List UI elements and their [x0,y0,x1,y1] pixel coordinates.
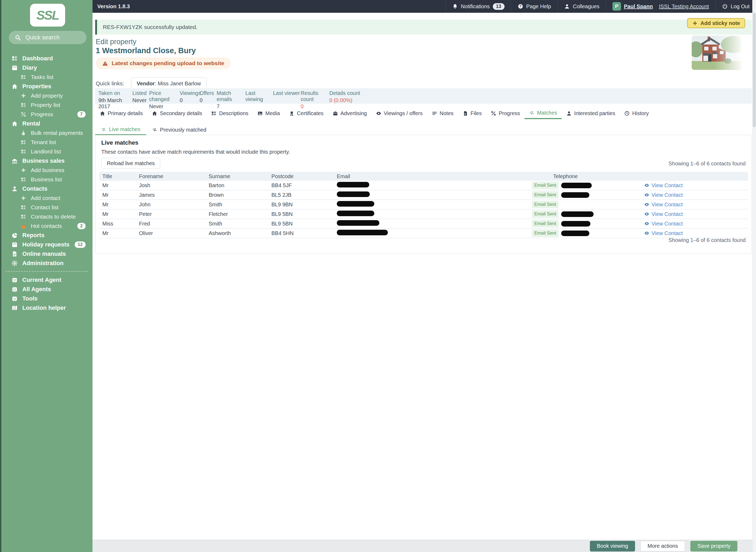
sidebar-item-holiday-requests[interactable]: Holiday requests12 [1,240,93,249]
sidebar-item-all-agents[interactable]: All Agents [1,284,93,294]
view-contact-link[interactable]: View Contact [644,201,748,208]
sidebar-item-location-helper[interactable]: Location helper [1,303,93,312]
tab-certificates[interactable]: Certificates [284,107,328,119]
sidebar-item-tenant-list[interactable]: Tenant list [1,137,93,147]
user-name-link[interactable]: Paul Spann [624,3,653,10]
tab-history[interactable]: History [620,107,653,119]
account-name-link[interactable]: ISSL Testing Account [659,3,709,10]
view-contact-link[interactable]: View Contact [644,230,748,236]
sidebar-item-business-list[interactable]: Business list [1,175,93,184]
view-contact-link[interactable]: View Contact [644,211,748,217]
percent-icon [491,111,496,116]
sidebar-item-properties[interactable]: Properties [1,82,93,91]
cell-actions: View Contact [641,230,748,236]
sidebar-item-dashboard[interactable]: Dashboard [1,54,93,63]
tab-progress[interactable]: Progress [486,107,524,119]
gear-icon [11,260,18,266]
sidebar-item-rental[interactable]: Rental [1,119,93,128]
colleagues-button[interactable]: Colleagues [558,0,606,13]
cell-telephone: Email Sent [529,182,641,189]
sidebar-item-online-manuals[interactable]: Online manuals [1,249,93,258]
sidebar-item-label: Location helper [22,304,66,311]
cell-surname: Ashworth [205,230,268,236]
tab-label: Files [470,110,482,117]
sidebar-item-current-agent[interactable]: Current Agent [1,275,93,284]
sidebar-item-tasks-list[interactable]: Tasks list [1,72,93,82]
sidebar-item-business-sales[interactable]: Business sales [1,156,93,165]
view-contact-label: View Contact [651,211,683,217]
logout-button[interactable]: Log Out [715,0,756,13]
warning-triangle-icon [102,60,108,66]
showing-count-top: Showing 1–6 of 6 contacts found [668,161,746,167]
sidebar-item-add-property[interactable]: Add property [1,91,93,100]
eye-icon [644,192,649,197]
search-icon [15,34,21,41]
sidebar-item-hot-contacts[interactable]: Hot contacts2 [1,221,93,231]
sidebar-item-progress[interactable]: Progress7 [1,110,93,119]
view-contact-link[interactable]: View Contact [644,221,748,227]
success-message: RES-FXW1YZK successfully updated. [103,24,197,30]
sidebar-item-property-list[interactable]: Property list [1,100,93,110]
book-viewing-button[interactable]: Book viewing [590,541,635,551]
notifications-button[interactable]: Notifications 13 [446,0,511,13]
sidebar-item-add-contact[interactable]: Add contact [1,193,93,202]
sidebar-item-reports[interactable]: Reports [1,231,93,240]
quick-search-input[interactable]: Quick search [9,31,87,44]
tab-files[interactable]: Files [458,107,486,119]
tab-media[interactable]: Media [253,107,284,119]
more-actions-button[interactable]: More actions [640,541,685,551]
stat-listed: ListedNever [132,90,149,104]
tab-advertising[interactable]: Advertising [328,107,371,119]
sidebar-item-diary[interactable]: Diary [1,63,93,72]
tab-primary-details[interactable]: Primary details [95,107,147,119]
notes-icon [432,111,437,116]
sidebar-item-contacts-to-delete[interactable]: Contacts to delete [1,212,93,221]
plus-icon [20,93,26,99]
redacted-email [337,191,370,197]
page-scrollbar[interactable] [752,0,756,552]
table-body: MrJoshBartonBB4 5JFEmail SentView Contac… [99,181,748,238]
cell-actions: View Contact [641,182,748,188]
app-logo[interactable]: SSL [30,4,65,27]
subtab-live-matches[interactable]: Live matches [95,124,146,135]
eye-icon [644,212,649,217]
avatar: P [612,2,621,11]
cell-title: Mr [99,192,136,198]
sidebar-item-add-business[interactable]: Add business [1,165,93,175]
property-photo[interactable] [692,35,742,70]
save-property-button[interactable]: Save property [690,541,737,551]
sidebar-item-landlord-list[interactable]: Landlord list [1,147,93,156]
subtab-previously-matched[interactable]: Previously matched [146,124,212,135]
sidebar-item-contact-list[interactable]: Contact list [1,202,93,212]
reload-live-matches-button[interactable]: Reload live matches [101,158,160,169]
sidebar-item-contacts[interactable]: Contacts [1,184,93,193]
stat-value: 0 [200,97,217,104]
scrollbar-thumb[interactable] [753,13,756,127]
sidebar-item-administration[interactable]: Administration [1,258,93,268]
vendor-quick-link[interactable]: Vendor: Miss Janet Barlow [131,78,206,90]
doc-icon [11,251,18,257]
tab-matches[interactable]: Matches [524,107,562,119]
stat-label: Last viewer [273,90,301,96]
stat-value: 0 [180,97,200,104]
tab-interested-parties[interactable]: Interested parties [562,107,620,119]
sidebar-item-label: All Agents [22,286,51,293]
sidebar-item-tools[interactable]: Tools [1,294,93,303]
tab-secondary-details[interactable]: Secondary details [147,107,206,119]
sidebar-item-bulk-rental-payments[interactable]: Bulk rental payments [1,128,93,137]
tab-descriptions[interactable]: Descriptions [206,107,253,119]
add-sticky-note-button[interactable]: Add sticky note [687,18,745,28]
person-icon [11,185,18,192]
pie-icon [11,232,18,239]
view-contact-link[interactable]: View Contact [644,182,748,188]
page-help-button[interactable]: ? Page Help [511,0,558,13]
tab-viewings-offers[interactable]: Viewings / offers [371,107,427,119]
warning-message: Latest changes pending upload to website [112,60,224,66]
cell-postcode: BB4 5HN [268,230,334,236]
cell-forename: Peter [136,211,205,217]
view-contact-link[interactable]: View Contact [644,192,748,198]
briefcase-icon [332,111,338,116]
tab-notes[interactable]: Notes [427,107,458,119]
tab-label: Media [265,110,280,117]
redacted-email [337,211,374,216]
